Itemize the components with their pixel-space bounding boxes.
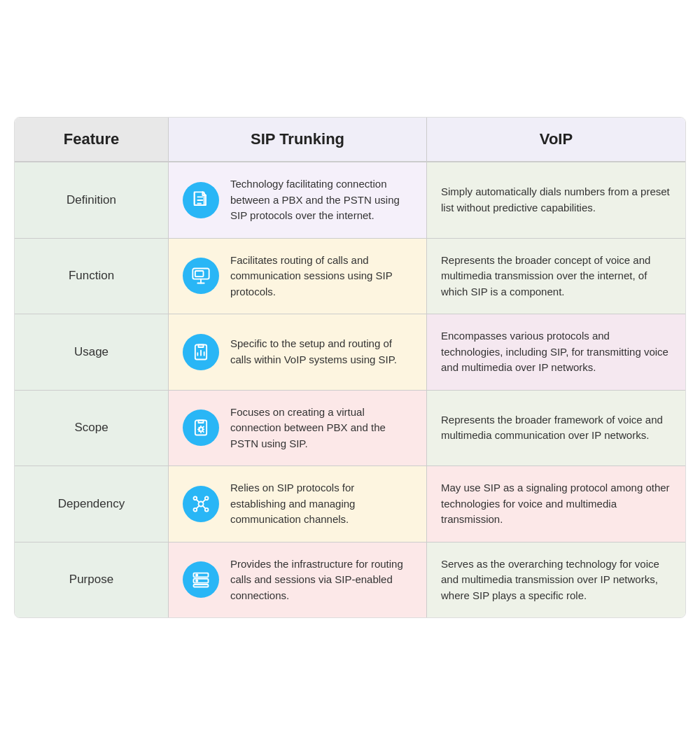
sip-text-scope: Focuses on creating a virtual connection… (230, 405, 412, 452)
feature-label-scope: Scope (74, 421, 108, 435)
header-sip: SIP Trunking (169, 118, 427, 162)
table-header: Feature SIP Trunking VoIP (15, 118, 685, 162)
monitor-icon (183, 258, 219, 294)
svg-line-13 (197, 500, 199, 502)
table-row-dependency: Dependency Relies on SIP protocols for e… (15, 466, 685, 542)
feature-cell-scope: Scope (15, 391, 169, 466)
voip-text-scope: Represents the broader framework of voic… (441, 412, 671, 444)
svg-point-10 (205, 496, 209, 500)
sip-cell-dependency: Relies on SIP protocols for establishing… (169, 466, 427, 542)
table-row-purpose: Purpose Provides the infrastructure for … (15, 542, 685, 618)
sip-cell-definition: Technology facilitating connection betwe… (169, 162, 427, 238)
clipboard-settings-icon (183, 410, 219, 446)
table-row-usage: Usage Specific to the setup and routing … (15, 314, 685, 391)
sip-text-dependency: Relies on SIP protocols for establishing… (230, 480, 412, 528)
document-icon (183, 182, 219, 218)
feature-cell-usage: Usage (15, 314, 169, 390)
feature-cell-definition: Definition (15, 162, 169, 238)
feature-label-function: Function (69, 269, 114, 283)
header-voip: VoIP (427, 118, 685, 162)
network-icon (183, 486, 219, 522)
svg-line-14 (203, 500, 205, 502)
feature-label-usage: Usage (74, 345, 108, 359)
sip-cell-scope: Focuses on creating a virtual connection… (169, 391, 427, 466)
svg-point-20 (196, 575, 197, 576)
voip-text-purpose: Serves as the overarching technology for… (441, 556, 671, 604)
voip-cell-purpose: Serves as the overarching technology for… (427, 542, 685, 618)
table-row-definition: Definition Technology facilitating conne… (15, 162, 685, 239)
svg-rect-19 (194, 584, 209, 587)
voip-cell-usage: Encompasses various protocols and techno… (427, 314, 685, 390)
sip-cell-function: Facilitates routing of calls and communi… (169, 239, 427, 314)
sip-cell-usage: Specific to the setup and routing of cal… (169, 314, 427, 390)
feature-label-purpose: Purpose (69, 573, 113, 587)
voip-cell-function: Represents the broader concept of voice … (427, 239, 685, 314)
feature-cell-dependency: Dependency (15, 466, 169, 542)
table-row-function: Function Facilitates routing of calls an… (15, 239, 685, 315)
sip-text-usage: Specific to the setup and routing of cal… (230, 336, 412, 368)
table-row-scope: Scope Focuses on creating a virtual conn… (15, 391, 685, 467)
svg-rect-4 (195, 271, 204, 276)
svg-line-16 (203, 506, 205, 508)
feature-cell-function: Function (15, 239, 169, 314)
sip-text-function: Facilitates routing of calls and communi… (230, 253, 412, 300)
sip-text-purpose: Provides the infrastructure for routing … (230, 556, 412, 604)
svg-point-11 (194, 508, 197, 512)
voip-cell-dependency: May use SIP as a signaling protocol amon… (427, 466, 685, 542)
svg-point-21 (196, 580, 197, 582)
feature-label-dependency: Dependency (58, 497, 125, 511)
voip-text-function: Represents the broader concept of voice … (441, 253, 671, 300)
svg-line-15 (197, 506, 199, 508)
svg-point-12 (205, 508, 209, 512)
sip-text-definition: Technology facilitating connection betwe… (230, 176, 412, 224)
table-body: Definition Technology facilitating conne… (15, 162, 685, 617)
voip-text-dependency: May use SIP as a signaling protocol amon… (441, 480, 671, 528)
voip-cell-definition: Simply automatically dials numbers from … (427, 162, 685, 238)
voip-text-usage: Encompasses various protocols and techno… (441, 328, 671, 376)
server-icon (183, 561, 219, 598)
header-feature: Feature (15, 118, 169, 162)
comparison-table: Feature SIP Trunking VoIP Definition Tec… (14, 117, 686, 618)
voip-cell-scope: Represents the broader framework of voic… (427, 391, 685, 466)
feature-cell-purpose: Purpose (15, 542, 169, 618)
clipboard-chart-icon (183, 334, 219, 370)
sip-cell-purpose: Provides the infrastructure for routing … (169, 542, 427, 618)
voip-text-definition: Simply automatically dials numbers from … (441, 184, 671, 216)
svg-point-9 (194, 496, 197, 500)
feature-label-definition: Definition (66, 193, 116, 207)
